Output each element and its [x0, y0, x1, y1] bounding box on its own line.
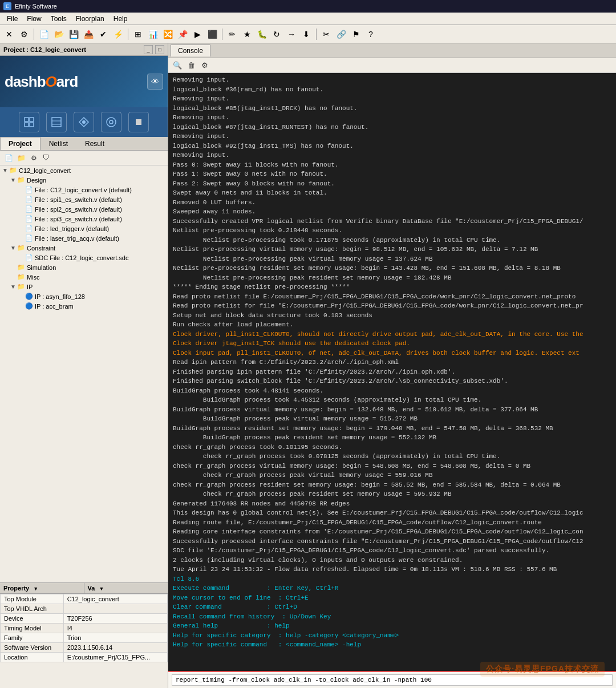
export-btn[interactable]: 📤 — [82, 27, 95, 41]
tree-label: File : led_trigger.v (default) — [35, 225, 109, 232]
close-btn[interactable]: ✕ — [2, 27, 16, 41]
tree-item[interactable]: 📄File : spi3_cs_switch.v (default) — [0, 214, 168, 224]
console-line: Successfully processed interface constra… — [173, 537, 611, 547]
tree-item[interactable]: 📄File : laser_trig_acq.v (default) — [0, 233, 168, 243]
console-line: Clear command : Ctrl+D — [173, 602, 611, 612]
prop-header-value: Va ▼ — [84, 583, 168, 593]
settings-tree-btn[interactable]: ⚙ — [29, 153, 39, 163]
design-panel-icon[interactable] — [19, 112, 39, 132]
open-btn[interactable]: 📂 — [52, 27, 66, 41]
add-folder-btn[interactable]: 📁 — [16, 153, 26, 163]
bug-btn[interactable]: 🐛 — [255, 27, 269, 41]
console-line: Pass 2: Swept away 0 blocks with no fano… — [173, 179, 611, 189]
tree-item[interactable]: ▼📁Design — [0, 175, 168, 185]
tree-item[interactable]: 📄SDC File : C12_logic_convert.sdc — [0, 253, 168, 262]
prop-dropdown-icon[interactable]: ▼ — [33, 586, 38, 592]
console-line: Generated 1176403 RR nodes and 4450798 R… — [173, 499, 611, 509]
title-bar: E Efinty Software — [0, 0, 616, 13]
settings-console-btn[interactable]: ⚙ — [199, 60, 210, 71]
tab-netlist[interactable]: Netlist — [40, 137, 76, 150]
tree-item[interactable]: 📄File : spi2_cs_switch.v (default) — [0, 204, 168, 214]
console-line: Tue April 23 24 11:53:32 - Flow data ref… — [173, 565, 611, 574]
link-btn[interactable]: 🔗 — [334, 27, 348, 41]
run-btn[interactable]: ▶ — [191, 27, 204, 41]
console-line: Removing input. — [173, 75, 611, 85]
dashboard-area: dashbOard 👁 — [0, 56, 168, 107]
console-line: ***** Ending stage netlist pre-processin… — [173, 282, 611, 292]
project-tree: ▼📁C12_logic_convert▼📁Design 📄File : C12_… — [0, 165, 168, 582]
tree-item[interactable]: 📁Misc — [0, 272, 168, 282]
console-output[interactable]: Removing input.logical_block #36(ram_rd)… — [168, 73, 616, 671]
tree-item[interactable]: 📄File : C12_logic_convert.v (default) — [0, 185, 168, 195]
tree-item[interactable]: ▼📁IP — [0, 282, 168, 292]
compile-btn[interactable]: ⚡ — [111, 27, 125, 41]
tree-toggle[interactable]: ▼ — [2, 167, 9, 173]
console-line: Netlist pre-processing took 0.171875 sec… — [173, 236, 611, 245]
properties-header: Property ▼ Va ▼ — [0, 583, 168, 594]
power-panel-icon[interactable] — [101, 112, 121, 132]
refresh-btn[interactable]: ↻ — [270, 27, 283, 41]
dashboard-eye-btn[interactable]: 👁 — [147, 74, 163, 90]
console-line: Netlist pre-processing took 0.218448 sec… — [173, 226, 611, 236]
menu-flow[interactable]: Flow — [22, 14, 46, 24]
console-line: Sweeped away 11 nodes. — [173, 207, 611, 217]
pencil-btn[interactable]: ✏ — [225, 27, 239, 41]
val-dropdown-icon[interactable]: ▼ — [99, 586, 104, 592]
grid-btn[interactable]: ⊞ — [131, 27, 145, 41]
svg-rect-3 — [30, 123, 34, 127]
route-btn[interactable]: 🔀 — [161, 27, 175, 41]
stop-btn[interactable]: ⬛ — [205, 27, 219, 41]
console-line: Successfully created VPR logical netlist… — [173, 217, 611, 226]
console-input[interactable] — [172, 674, 613, 686]
tab-result[interactable]: Result — [76, 137, 113, 150]
tree-icon: 📄 — [25, 225, 33, 232]
help-btn[interactable]: ? — [364, 27, 378, 41]
tree-item[interactable]: 📁Simulation — [0, 262, 168, 272]
flag-btn[interactable]: ⚑ — [349, 27, 363, 41]
chart-btn[interactable]: 📊 — [146, 27, 160, 41]
clear-console-btn[interactable]: 🗑 — [185, 60, 197, 71]
tree-item[interactable]: 📄File : led_trigger.v (default) — [0, 224, 168, 233]
verify-btn[interactable]: ✔ — [96, 27, 110, 41]
console-line: check rr_graph process virtual memory us… — [173, 462, 611, 471]
forward-btn[interactable]: → — [285, 27, 298, 41]
add-file-btn[interactable]: 📄 — [3, 153, 14, 163]
console-line: Clock driver jtag_inst1_TCK should use t… — [173, 339, 611, 349]
tree-toggle[interactable]: ▼ — [10, 284, 17, 290]
tree-item[interactable]: ▼📁C12_logic_convert — [0, 165, 168, 175]
menu-tools[interactable]: Tools — [46, 14, 71, 24]
tree-item[interactable]: 🔵IP : acc_bram — [0, 301, 168, 311]
tab-project[interactable]: Project — [0, 137, 40, 150]
tree-icon: 📁 — [17, 176, 25, 184]
settings-btn[interactable]: ⚙ — [17, 27, 31, 41]
star-btn[interactable]: ★ — [240, 27, 254, 41]
menu-floorplan[interactable]: Floorplan — [71, 14, 109, 24]
download-btn[interactable]: ⬇ — [299, 27, 313, 41]
netlist-panel-icon[interactable] — [46, 112, 67, 132]
tree-toggle[interactable]: ▼ — [10, 177, 17, 183]
menu-file[interactable]: File — [2, 14, 22, 24]
console-line: Clock driver, pll_inst1_CLKOUT0, should … — [173, 330, 611, 339]
search-console-btn[interactable]: 🔍 — [172, 60, 183, 71]
pin-btn[interactable]: 📌 — [176, 27, 189, 41]
project-tabs: Project Netlist Result — [0, 137, 168, 151]
stop-panel-icon[interactable] — [128, 112, 149, 132]
console-line: logical_block #36(ram_rd) has no fanout. — [173, 85, 611, 95]
tree-item[interactable]: 📄File : spi1_cs_switch.v (default) — [0, 195, 168, 204]
timing-panel-icon[interactable] — [74, 112, 94, 132]
scissors-btn[interactable]: ✂ — [319, 27, 333, 41]
maximize-btn[interactable]: □ — [155, 45, 164, 54]
tree-item[interactable]: ▼📁Constraint — [0, 243, 168, 253]
tree-icon: 🔵 — [25, 293, 33, 300]
minimize-btn[interactable]: _ — [144, 45, 153, 54]
console-line: check rr_graph process resident set memo… — [173, 480, 611, 490]
filter-btn[interactable]: ⛉ — [41, 153, 51, 163]
tree-item[interactable]: 🔵IP : asyn_fifo_128 — [0, 292, 168, 301]
new-file-btn[interactable]: 📄 — [37, 27, 51, 41]
console-line: Finished parsing switch_block file 'C:/E… — [173, 377, 611, 386]
menu-help[interactable]: Help — [109, 14, 132, 24]
save-btn[interactable]: 💾 — [67, 27, 80, 41]
console-tab[interactable]: Console — [171, 44, 210, 56]
console-line: Help for specific category : help -categ… — [173, 631, 611, 641]
tree-toggle[interactable]: ▼ — [10, 245, 17, 251]
